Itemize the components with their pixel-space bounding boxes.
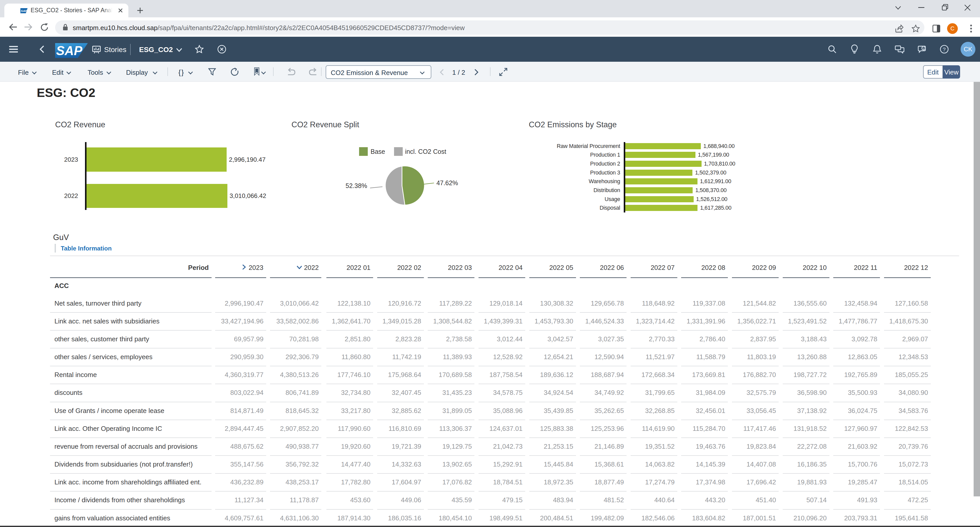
svg-text:?: ?	[943, 46, 946, 52]
svg-text:SAP: SAP	[56, 44, 83, 58]
svg-text:SAP: SAP	[21, 9, 27, 13]
